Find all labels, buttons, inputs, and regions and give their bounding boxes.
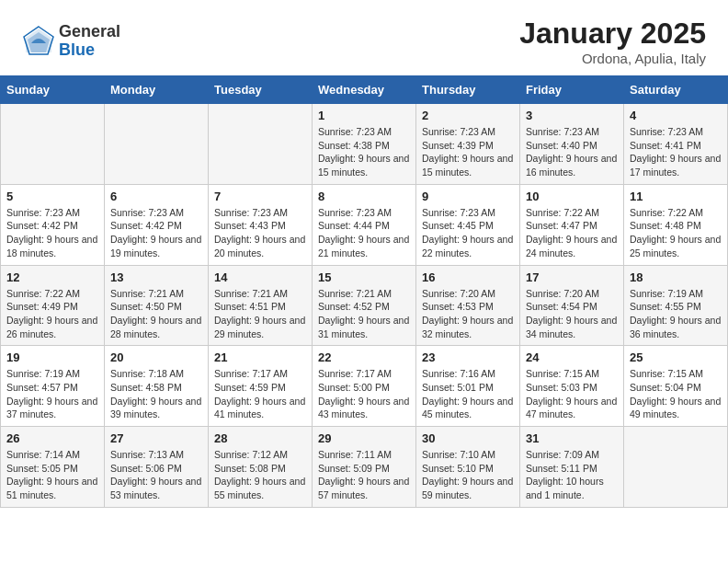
page-header: General Blue January 2025 Ordona, Apulia… bbox=[0, 0, 728, 75]
calendar-cell: 9Sunrise: 7:23 AM Sunset: 4:45 PM Daylig… bbox=[416, 184, 520, 265]
calendar-cell: 27Sunrise: 7:13 AM Sunset: 5:06 PM Dayli… bbox=[105, 427, 209, 508]
day-info: Sunrise: 7:23 AM Sunset: 4:41 PM Dayligh… bbox=[630, 125, 722, 179]
day-number: 19 bbox=[6, 350, 98, 364]
day-info: Sunrise: 7:23 AM Sunset: 4:45 PM Dayligh… bbox=[422, 206, 514, 260]
calendar-cell bbox=[209, 104, 313, 185]
day-number: 29 bbox=[318, 431, 410, 445]
day-number: 11 bbox=[630, 190, 722, 203]
day-info: Sunrise: 7:23 AM Sunset: 4:43 PM Dayligh… bbox=[214, 206, 306, 260]
day-number: 15 bbox=[318, 270, 410, 284]
calendar-cell: 11Sunrise: 7:22 AM Sunset: 4:48 PM Dayli… bbox=[624, 184, 728, 265]
calendar-cell: 30Sunrise: 7:10 AM Sunset: 5:10 PM Dayli… bbox=[416, 427, 520, 508]
calendar-cell bbox=[105, 104, 209, 185]
day-number: 31 bbox=[526, 431, 618, 445]
calendar-cell: 18Sunrise: 7:19 AM Sunset: 4:55 PM Dayli… bbox=[624, 265, 728, 346]
calendar-cell: 7Sunrise: 7:23 AM Sunset: 4:43 PM Daylig… bbox=[209, 184, 313, 265]
calendar-cell: 21Sunrise: 7:17 AM Sunset: 4:59 PM Dayli… bbox=[209, 346, 313, 427]
calendar-cell: 26Sunrise: 7:14 AM Sunset: 5:05 PM Dayli… bbox=[1, 427, 105, 508]
weekday-header-wednesday: Wednesday bbox=[313, 76, 416, 104]
day-number: 17 bbox=[526, 270, 618, 284]
weekday-header-thursday: Thursday bbox=[416, 76, 520, 104]
calendar-cell: 4Sunrise: 7:23 AM Sunset: 4:41 PM Daylig… bbox=[624, 104, 728, 185]
calendar-cell: 22Sunrise: 7:17 AM Sunset: 5:00 PM Dayli… bbox=[313, 346, 416, 427]
calendar-table: SundayMondayTuesdayWednesdayThursdayFrid… bbox=[0, 75, 728, 508]
week-row-0: 1Sunrise: 7:23 AM Sunset: 4:38 PM Daylig… bbox=[1, 104, 728, 185]
day-number: 9 bbox=[422, 190, 514, 203]
weekday-row: SundayMondayTuesdayWednesdayThursdayFrid… bbox=[1, 76, 728, 104]
calendar-cell: 24Sunrise: 7:15 AM Sunset: 5:03 PM Dayli… bbox=[520, 346, 624, 427]
day-number: 5 bbox=[6, 190, 98, 203]
day-number: 10 bbox=[526, 190, 618, 203]
day-info: Sunrise: 7:23 AM Sunset: 4:42 PM Dayligh… bbox=[6, 206, 98, 260]
day-info: Sunrise: 7:13 AM Sunset: 5:06 PM Dayligh… bbox=[110, 448, 202, 502]
day-number: 24 bbox=[526, 350, 618, 364]
day-info: Sunrise: 7:12 AM Sunset: 5:08 PM Dayligh… bbox=[214, 448, 306, 502]
calendar-cell: 31Sunrise: 7:09 AM Sunset: 5:11 PM Dayli… bbox=[520, 427, 624, 508]
calendar-cell: 20Sunrise: 7:18 AM Sunset: 4:58 PM Dayli… bbox=[105, 346, 209, 427]
calendar-cell: 17Sunrise: 7:20 AM Sunset: 4:54 PM Dayli… bbox=[520, 265, 624, 346]
day-info: Sunrise: 7:18 AM Sunset: 4:58 PM Dayligh… bbox=[110, 367, 202, 421]
day-number: 23 bbox=[422, 350, 514, 364]
calendar-cell: 3Sunrise: 7:23 AM Sunset: 4:40 PM Daylig… bbox=[520, 104, 624, 185]
calendar-cell: 25Sunrise: 7:15 AM Sunset: 5:04 PM Dayli… bbox=[624, 346, 728, 427]
day-number: 7 bbox=[214, 190, 306, 203]
calendar-cell: 2Sunrise: 7:23 AM Sunset: 4:39 PM Daylig… bbox=[416, 104, 520, 185]
day-info: Sunrise: 7:23 AM Sunset: 4:40 PM Dayligh… bbox=[526, 125, 618, 179]
day-number: 20 bbox=[110, 350, 202, 364]
calendar-cell: 5Sunrise: 7:23 AM Sunset: 4:42 PM Daylig… bbox=[1, 184, 105, 265]
day-info: Sunrise: 7:15 AM Sunset: 5:04 PM Dayligh… bbox=[630, 367, 722, 421]
day-info: Sunrise: 7:20 AM Sunset: 4:53 PM Dayligh… bbox=[422, 287, 514, 341]
day-info: Sunrise: 7:14 AM Sunset: 5:05 PM Dayligh… bbox=[6, 448, 98, 502]
day-info: Sunrise: 7:22 AM Sunset: 4:47 PM Dayligh… bbox=[526, 206, 618, 260]
calendar-header: SundayMondayTuesdayWednesdayThursdayFrid… bbox=[1, 76, 728, 104]
calendar-cell: 19Sunrise: 7:19 AM Sunset: 4:57 PM Dayli… bbox=[1, 346, 105, 427]
calendar-cell: 23Sunrise: 7:16 AM Sunset: 5:01 PM Dayli… bbox=[416, 346, 520, 427]
day-number: 13 bbox=[110, 270, 202, 284]
day-info: Sunrise: 7:19 AM Sunset: 4:57 PM Dayligh… bbox=[6, 367, 98, 421]
day-info: Sunrise: 7:17 AM Sunset: 5:00 PM Dayligh… bbox=[318, 367, 410, 421]
day-info: Sunrise: 7:23 AM Sunset: 4:42 PM Dayligh… bbox=[110, 206, 202, 260]
day-number: 2 bbox=[422, 109, 514, 122]
day-number: 28 bbox=[214, 431, 306, 445]
week-row-1: 5Sunrise: 7:23 AM Sunset: 4:42 PM Daylig… bbox=[1, 184, 728, 265]
day-info: Sunrise: 7:21 AM Sunset: 4:52 PM Dayligh… bbox=[318, 287, 410, 341]
weekday-header-monday: Monday bbox=[105, 76, 209, 104]
subtitle: Ordona, Apulia, Italy bbox=[519, 51, 706, 66]
main-title: January 2025 bbox=[519, 17, 706, 51]
day-number: 26 bbox=[6, 431, 98, 445]
day-info: Sunrise: 7:22 AM Sunset: 4:49 PM Dayligh… bbox=[6, 287, 98, 341]
calendar-cell: 13Sunrise: 7:21 AM Sunset: 4:50 PM Dayli… bbox=[105, 265, 209, 346]
calendar-cell: 15Sunrise: 7:21 AM Sunset: 4:52 PM Dayli… bbox=[313, 265, 416, 346]
day-number: 4 bbox=[630, 109, 722, 122]
day-info: Sunrise: 7:17 AM Sunset: 4:59 PM Dayligh… bbox=[214, 367, 306, 421]
calendar-cell: 28Sunrise: 7:12 AM Sunset: 5:08 PM Dayli… bbox=[209, 427, 313, 508]
day-info: Sunrise: 7:20 AM Sunset: 4:54 PM Dayligh… bbox=[526, 287, 618, 341]
title-block: January 2025 Ordona, Apulia, Italy bbox=[519, 17, 706, 66]
logo-general: General bbox=[59, 23, 120, 41]
day-number: 14 bbox=[214, 270, 306, 284]
weekday-header-sunday: Sunday bbox=[1, 76, 105, 104]
day-number: 27 bbox=[110, 431, 202, 445]
calendar-cell: 6Sunrise: 7:23 AM Sunset: 4:42 PM Daylig… bbox=[105, 184, 209, 265]
day-info: Sunrise: 7:11 AM Sunset: 5:09 PM Dayligh… bbox=[318, 448, 410, 502]
day-number: 16 bbox=[422, 270, 514, 284]
day-number: 21 bbox=[214, 350, 306, 364]
day-info: Sunrise: 7:19 AM Sunset: 4:55 PM Dayligh… bbox=[630, 287, 722, 341]
calendar-cell: 16Sunrise: 7:20 AM Sunset: 4:53 PM Dayli… bbox=[416, 265, 520, 346]
calendar-body: 1Sunrise: 7:23 AM Sunset: 4:38 PM Daylig… bbox=[1, 104, 728, 508]
week-row-4: 26Sunrise: 7:14 AM Sunset: 5:05 PM Dayli… bbox=[1, 427, 728, 508]
day-info: Sunrise: 7:15 AM Sunset: 5:03 PM Dayligh… bbox=[526, 367, 618, 421]
logo: General Blue bbox=[22, 23, 120, 60]
day-number: 22 bbox=[318, 350, 410, 364]
day-info: Sunrise: 7:21 AM Sunset: 4:50 PM Dayligh… bbox=[110, 287, 202, 341]
day-number: 3 bbox=[526, 109, 618, 122]
logo-blue: Blue bbox=[59, 41, 120, 60]
day-number: 18 bbox=[630, 270, 722, 284]
day-info: Sunrise: 7:23 AM Sunset: 4:44 PM Dayligh… bbox=[318, 206, 410, 260]
day-number: 1 bbox=[318, 109, 410, 122]
logo-text: General Blue bbox=[59, 23, 120, 60]
weekday-header-saturday: Saturday bbox=[624, 76, 728, 104]
weekday-header-tuesday: Tuesday bbox=[209, 76, 313, 104]
day-info: Sunrise: 7:09 AM Sunset: 5:11 PM Dayligh… bbox=[526, 448, 618, 502]
day-info: Sunrise: 7:21 AM Sunset: 4:51 PM Dayligh… bbox=[214, 287, 306, 341]
